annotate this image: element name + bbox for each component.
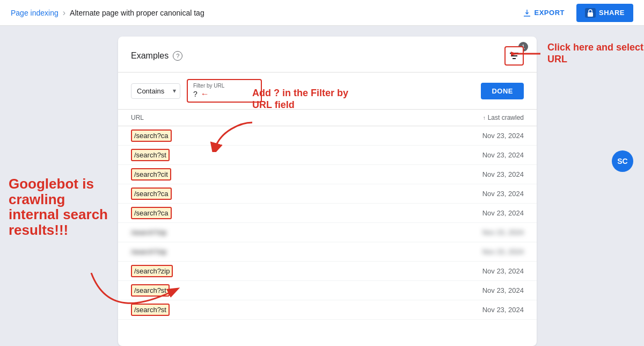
main-content: Examples ? 1 Contains: [0, 26, 644, 346]
url-cell: /search?ca: [131, 209, 172, 217]
lock-icon: [587, 9, 594, 17]
date-cell: Nov 23, 2024: [482, 248, 524, 256]
sort-arrow-icon: ↑: [483, 115, 486, 121]
table-row[interactable]: /search?zipNov 23, 2024: [118, 242, 537, 262]
filter-icon-button[interactable]: [504, 46, 524, 66]
table-body: /search?caNov 23, 2024/search?stNov 23, …: [118, 126, 537, 320]
table-row[interactable]: /search?stNov 23, 2024: [118, 300, 537, 320]
date-cell: Nov 23, 2024: [482, 190, 524, 198]
table-row[interactable]: /search?zipNov 23, 2024: [118, 262, 537, 281]
table-row[interactable]: /search?stNov 23, 2024: [118, 281, 537, 300]
url-cell: /search?cit: [131, 170, 171, 178]
filter-arrow: ←: [201, 89, 209, 99]
table-row[interactable]: /search?caNov 23, 2024: [118, 204, 537, 223]
contains-select-wrapper: Contains: [131, 83, 180, 99]
filter-row: Contains Filter by URL ? ← DONE: [118, 73, 537, 110]
breadcrumb-current: Alternate page with proper canonical tag: [70, 9, 204, 17]
date-cell: Nov 23, 2024: [482, 228, 524, 236]
filter-url-value: ?: [193, 90, 197, 98]
annotation-left: Googlebot is crawling internal search re…: [9, 176, 116, 237]
date-cell: Nov 23, 2024: [482, 306, 524, 314]
help-icon[interactable]: ?: [173, 51, 182, 61]
date-cell: Nov 23, 2024: [482, 286, 524, 294]
url-cell: /search?zip: [131, 228, 166, 236]
examples-title: Examples: [131, 51, 169, 61]
svg-rect-0: [588, 12, 593, 17]
table-row[interactable]: /search?zipNov 23, 2024: [118, 223, 537, 242]
date-cell: Nov 23, 2024: [482, 267, 524, 275]
breadcrumb-parent[interactable]: Page indexing: [11, 9, 58, 17]
url-cell: /search?ca: [131, 132, 172, 140]
breadcrumb-separator: ›: [63, 8, 65, 18]
table-row[interactable]: /search?caNov 23, 2024: [118, 126, 537, 146]
date-cell: Nov 23, 2024: [482, 132, 524, 140]
card-title: Examples ?: [131, 51, 182, 61]
date-cell: Nov 23, 2024: [482, 170, 524, 178]
filter-url-box[interactable]: Filter by URL ? ←: [187, 79, 262, 103]
col-last-crawled: Last crawled: [488, 114, 524, 121]
export-button[interactable]: EXPORT: [517, 4, 570, 21]
top-bar: Page indexing › Alternate page with prop…: [0, 0, 644, 26]
done-button[interactable]: DONE: [481, 83, 524, 99]
url-cell: /search?ca: [131, 190, 172, 198]
col-url: URL: [131, 114, 144, 121]
examples-card: Examples ? 1 Contains: [118, 37, 537, 346]
avatar[interactable]: SC: [612, 150, 633, 172]
breadcrumb: Page indexing › Alternate page with prop…: [11, 8, 204, 18]
table-row[interactable]: /search?citNov 23, 2024: [118, 165, 537, 184]
filter-url-label: Filter by URL: [193, 83, 255, 89]
lock-icon-box: [585, 8, 596, 18]
annotation-left-text: Googlebot is crawling internal search re…: [9, 176, 116, 237]
url-cell: /search?st: [131, 306, 170, 314]
download-icon: [523, 9, 531, 17]
date-cell: Nov 23, 2024: [482, 209, 524, 217]
share-button[interactable]: SHARE: [576, 4, 633, 22]
table-row[interactable]: /search?stNov 23, 2024: [118, 146, 537, 165]
annotation-right-text: Click here and select URL: [547, 42, 644, 65]
table-header: URL ↑ Last crawled: [118, 110, 537, 126]
url-cell: /search?st: [131, 151, 170, 159]
date-cell: Nov 23, 2024: [482, 151, 524, 159]
card-header: Examples ? 1: [118, 37, 537, 73]
filter-lines-icon: [509, 52, 519, 60]
url-cell: /search?st: [131, 286, 170, 294]
contains-select[interactable]: Contains: [131, 83, 180, 99]
top-bar-actions: EXPORT SHARE: [517, 4, 633, 22]
url-cell: /search?zip: [131, 267, 173, 275]
url-cell: /search?zip: [131, 248, 166, 256]
table-row[interactable]: /search?caNov 23, 2024: [118, 184, 537, 204]
